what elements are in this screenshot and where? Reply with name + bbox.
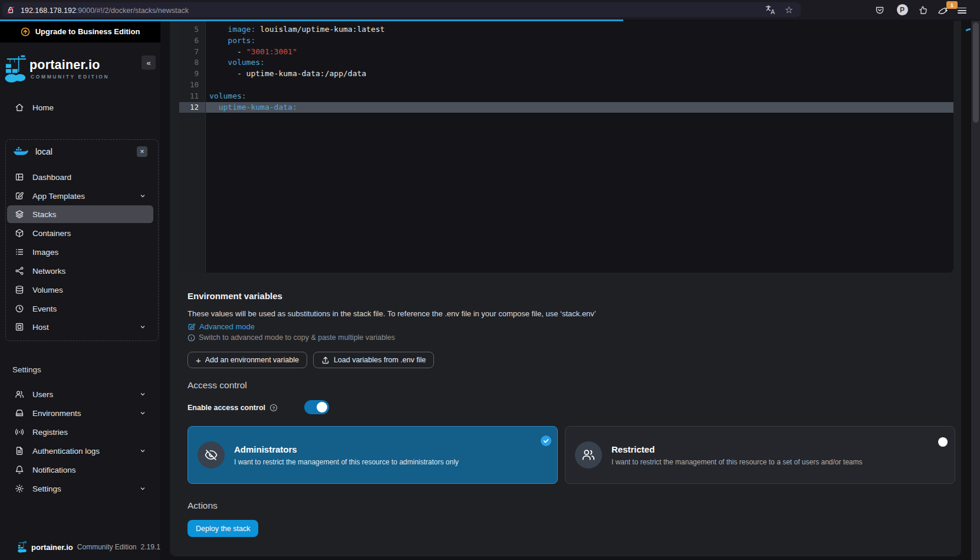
sidebar-item-authentication-logs[interactable]: Authentication logs [7, 442, 153, 460]
enable-access-control-label: Enable access control ? [188, 404, 278, 412]
access-control-toggle[interactable] [304, 400, 329, 414]
deploy-stack-button[interactable]: Deploy the stack [188, 520, 258, 537]
upgrade-business-banner[interactable]: Upgrade to Business Edition [0, 21, 160, 42]
chevron-down-icon [140, 324, 146, 330]
sidebar-item-host[interactable]: Host [7, 318, 153, 336]
svg-text:?: ? [272, 405, 275, 411]
add-environment-variable-button[interactable]: + Add an environment variable [188, 352, 307, 368]
toggle-knob [317, 402, 327, 412]
radio-signal-icon [15, 427, 24, 437]
sidebar-item-label: Networks [32, 267, 65, 276]
sidebar-item-registries[interactable]: Registries [7, 423, 153, 441]
advanced-mode-note: Switch to advanced mode to copy & paste … [188, 333, 395, 342]
add-env-var-label: Add an environment variable [205, 356, 299, 364]
layers-stacks-icon [15, 209, 24, 219]
chevron-down-icon [140, 448, 146, 454]
question-circle-icon[interactable]: ? [269, 404, 278, 412]
ownership-card-restricted[interactable]: Restricted I want to restrict the manage… [565, 426, 955, 484]
sidebar-item-networks[interactable]: Networks [7, 262, 153, 280]
editor-line-numbers: 5 6 7 8 9 10 11 12 [179, 21, 206, 273]
home-icon [15, 103, 24, 112]
load-env-file-button[interactable]: Load variables from .env file [313, 352, 434, 368]
sidebar-item-notifications[interactable]: Notifications [7, 461, 153, 479]
footer-edition: Community Edition [77, 543, 137, 551]
file-text-icon [15, 446, 24, 456]
sidebar-item-label: App Templates [32, 192, 85, 201]
line-number: 7 [179, 47, 205, 58]
page-load-progress-bar [0, 19, 623, 21]
code-line: ports: [206, 35, 953, 47]
bookmark-star-icon[interactable]: ☆ [781, 0, 797, 19]
sidebar-item-settings[interactable]: Settings [7, 480, 153, 497]
portainer-footer-logo-icon [18, 541, 27, 553]
code-token: - uptime-kuma-data:/app/data [209, 69, 366, 78]
sidebar-footer: portainer.io Community Edition 2.19.1 [18, 541, 160, 553]
clock-icon [15, 304, 24, 313]
code-line: volumes: [206, 57, 953, 68]
sidebar-item-stacks[interactable]: Stacks [7, 205, 153, 223]
code-token: - [209, 47, 246, 56]
code-token: "3001:3001" [246, 47, 297, 56]
unselected-radio[interactable] [938, 437, 948, 447]
pocket-icon[interactable] [872, 0, 888, 19]
ownership-card-administrators[interactable]: Administrators I want to restrict the ma… [188, 426, 558, 484]
portainer-logo-icon [5, 55, 27, 83]
list-icon [15, 247, 24, 257]
code-token: volumes: [209, 58, 265, 67]
code-line: - "3001:3001" [206, 47, 953, 58]
sidebar-item-label: Home [32, 103, 54, 112]
footer-brand: portainer.io [31, 543, 73, 552]
sidebar-item-label: Volumes [32, 286, 63, 294]
translate-icon[interactable]: A [762, 0, 778, 19]
advanced-mode-label: Advanced mode [199, 322, 255, 331]
sidebar-item-dashboard[interactable]: Dashboard [7, 168, 153, 186]
p-extension-icon[interactable]: P [894, 0, 910, 19]
url-path: :9000/#!/2/docker/stacks/newstack [76, 6, 189, 15]
advanced-mode-link[interactable]: Advanced mode [188, 322, 255, 331]
pencil-square-icon [188, 323, 196, 331]
sidebar-item-app-templates[interactable]: App Templates [7, 187, 153, 205]
users-icon [15, 389, 24, 399]
menu-hamburger-icon[interactable] [958, 0, 974, 19]
line-number: 11 [179, 91, 205, 102]
environment-variables-description: These values will be used as substitutio… [188, 309, 596, 318]
close-icon[interactable]: × [137, 146, 147, 157]
sidebar-item-label: Stacks [32, 210, 57, 219]
administrators-description: I want to restrict the management of thi… [234, 458, 459, 466]
share-network-icon [15, 266, 24, 276]
environment-header-local[interactable]: local × [7, 143, 153, 161]
line-number: 8 [179, 57, 205, 68]
page-scrollbar[interactable] [971, 21, 980, 560]
sidebar-item-images[interactable]: Images [7, 243, 153, 261]
sidebar-item-label: Environments [32, 409, 81, 418]
sidebar-item-containers[interactable]: Containers [7, 224, 153, 242]
selected-check-icon[interactable] [541, 435, 551, 446]
sidebar-item-label: Host [32, 323, 49, 332]
stack-web-editor[interactable]: 5 6 7 8 9 10 11 12 image: louislam/uptim… [179, 21, 953, 273]
line-number-active: 12 [179, 102, 205, 113]
sidebar-item-label: Events [32, 304, 57, 313]
sidebar-collapse-button[interactable]: « [142, 55, 156, 70]
sidebar: Upgrade to Business Edition portainer.io… [0, 21, 160, 560]
sidebar-item-label: Containers [32, 229, 71, 238]
upgrade-label: Upgrade to Business Edition [35, 27, 140, 36]
browser-toolbar: 192.168.178.192:9000/#!/2/docker/stacks/… [0, 0, 980, 19]
sidebar-item-events[interactable]: Events [7, 300, 153, 317]
sidebar-item-volumes[interactable]: Volumes [7, 281, 153, 299]
line-number: 5 [179, 24, 205, 35]
sidebar-item-users[interactable]: Users [7, 385, 153, 403]
scrollbar-thumb[interactable] [973, 22, 979, 123]
brand-title: portainer.io [29, 58, 100, 73]
insecure-lock-icon[interactable] [6, 5, 15, 15]
footer-version: 2.19.1 [141, 543, 160, 551]
sidebar-item-home[interactable]: Home [7, 99, 153, 116]
thumbs-up-extension-icon[interactable] [915, 0, 932, 19]
bell-icon [15, 465, 24, 474]
advanced-mode-note-text: Switch to advanced mode to copy & paste … [199, 333, 395, 342]
sidebar-item-environments[interactable]: Environments [7, 404, 153, 422]
docker-whale-icon [13, 146, 28, 157]
gear-icon [15, 484, 24, 493]
users-group-icon [575, 441, 602, 469]
editor-code-area[interactable]: image: louislam/uptime-kuma:latest ports… [206, 24, 953, 273]
plus-icon: + [196, 356, 201, 365]
